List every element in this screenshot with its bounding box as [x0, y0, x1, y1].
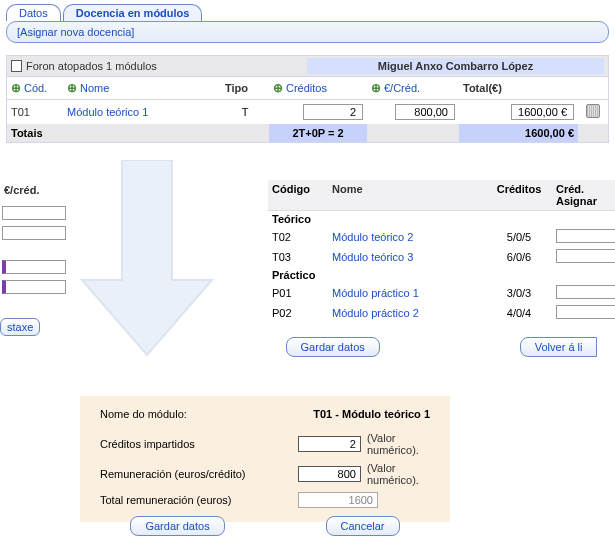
found-text: Foron atopados 1 módulos [26, 60, 157, 72]
totals-row: Totais 2T+0P = 2 1600,00 € [7, 124, 608, 142]
form-value-nome: T01 - Módulo teórico 1 [313, 408, 430, 420]
mcell-cred: 5/0/5 [482, 231, 556, 243]
cell-creditos[interactable]: 2 [303, 104, 363, 120]
modules-icon [11, 60, 22, 72]
plus-icon: ⊕ [371, 81, 381, 95]
plus-icon: ⊕ [273, 81, 283, 95]
gardar-datos-button[interactable]: Gardar datos [286, 337, 380, 357]
plus-icon: ⊕ [67, 81, 77, 95]
top-columns-header: ⊕Cód. ⊕Nome Tipo ⊕Créditos ⊕€/Créd. Tota… [7, 76, 608, 100]
strip-cell[interactable] [2, 260, 66, 274]
hint-text: (Valor numérico). [367, 462, 430, 486]
asignar-input[interactable] [556, 305, 615, 319]
mcell-cred: 4/0/4 [482, 307, 556, 319]
asignar-input[interactable] [556, 249, 615, 263]
col-nome[interactable]: Nome [80, 82, 109, 94]
form-cancelar-button[interactable]: Cancelar [326, 516, 400, 536]
mcell-cod: T02 [272, 231, 332, 243]
totals-label: Totais [7, 124, 63, 142]
person-name: Miguel Anxo Combarro López [307, 58, 604, 74]
mcol-nome[interactable]: Nome [332, 183, 482, 207]
hint-text: (Valor numérico). [367, 432, 430, 456]
cell-nome[interactable]: Módulo teórico 1 [63, 104, 221, 120]
mcol-creditos[interactable]: Créditos [482, 183, 556, 207]
col-eurcred[interactable]: €/Créd. [384, 82, 420, 94]
totals-total: 1600,00 € [459, 124, 578, 142]
mcol-asignar[interactable]: Créd. Asignar [556, 183, 611, 207]
mcell-cred: 3/0/3 [482, 287, 556, 299]
form-label-rem: Remuneración (euros/crédito) [100, 468, 298, 480]
creditos-input[interactable]: 2 [298, 436, 361, 452]
asignar-input[interactable] [556, 229, 615, 243]
mcell-cod: P01 [272, 287, 332, 299]
top-row: T01 Módulo teórico 1 T 2 800,00 1600,00 … [7, 100, 608, 124]
mcol-codigo[interactable]: Código [272, 183, 332, 207]
total-rem-output: 1600 [298, 492, 378, 508]
link-asignar-nova[interactable]: [Asignar nova docencia] [17, 26, 134, 38]
strip-cell[interactable] [2, 280, 66, 294]
mcell-cod: T03 [272, 251, 332, 263]
module-form-panel: Nome do módulo: T01 - Módulo teórico 1 C… [80, 396, 450, 522]
tab-docencia[interactable]: Docencia en módulos [63, 4, 203, 21]
cell-tipo: T [221, 104, 269, 120]
table-row: T03 Módulo teórico 3 6/0/6 [268, 247, 615, 267]
strip-cell[interactable] [2, 226, 66, 240]
section-practico: Práctico [268, 267, 615, 283]
staxe-button-fragment[interactable]: staxe [0, 318, 40, 336]
cell-total: 1600,00 € [511, 104, 574, 120]
left-strip-header: €/créd. [0, 180, 68, 200]
subbar: [Asignar nova docencia] [6, 21, 609, 43]
col-creditos[interactable]: Créditos [286, 82, 327, 94]
module-list: Código Nome Créditos Créd. Asignar Teóri… [268, 180, 615, 357]
tab-datos[interactable]: Datos [6, 4, 61, 21]
totals-formula: 2T+0P = 2 [269, 124, 367, 142]
col-total[interactable]: Total(€) [463, 82, 502, 94]
mcell-nome[interactable]: Módulo práctico 2 [332, 307, 482, 319]
form-gardar-button[interactable]: Gardar datos [130, 516, 224, 536]
mcell-cred: 6/0/6 [482, 251, 556, 263]
section-teorico: Teórico [268, 211, 615, 227]
form-buttons: Gardar datos Cancelar [80, 516, 450, 536]
volver-button[interactable]: Volver á li [520, 337, 598, 357]
tabs: Datos Docencia en módulos [0, 0, 615, 21]
cell-cod: T01 [7, 104, 63, 120]
table-row: T02 Módulo teórico 2 5/0/5 [268, 227, 615, 247]
top-summary-area: Foron atopados 1 módulos Miguel Anxo Com… [6, 55, 609, 143]
table-row: P02 Módulo práctico 2 4/0/4 [268, 303, 615, 323]
col-cod[interactable]: Cód. [24, 82, 47, 94]
left-strip: €/créd. staxe [0, 180, 68, 360]
form-label-cred: Créditos impartidos [100, 438, 298, 450]
form-label-total: Total remuneración (euros) [100, 494, 298, 506]
ghost-arrow-graphic [72, 160, 222, 360]
strip-cell[interactable] [2, 206, 66, 220]
cell-eurcred[interactable]: 800,00 [395, 104, 455, 120]
mcell-nome[interactable]: Módulo teórico 3 [332, 251, 482, 263]
mcell-cod: P02 [272, 307, 332, 319]
asignar-input[interactable] [556, 285, 615, 299]
plus-icon: ⊕ [11, 81, 21, 95]
mcell-nome[interactable]: Módulo teórico 2 [332, 231, 482, 243]
remuneracion-input[interactable]: 800 [298, 466, 361, 482]
col-tipo[interactable]: Tipo [225, 82, 248, 94]
form-label-nome: Nome do módulo: [100, 408, 187, 420]
delete-icon[interactable] [586, 104, 600, 118]
table-row: P01 Módulo práctico 1 3/0/3 [268, 283, 615, 303]
mcell-nome[interactable]: Módulo práctico 1 [332, 287, 482, 299]
